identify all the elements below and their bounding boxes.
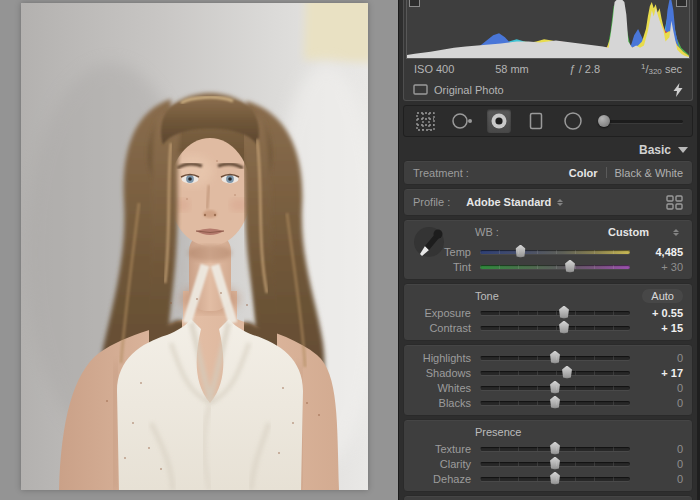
photo-canvas[interactable] xyxy=(21,3,368,490)
clarity-slider[interactable] xyxy=(480,462,630,466)
develop-right-panel: ISO 400 58 mm ƒ / 2.8 1/320 sec Original… xyxy=(398,0,700,500)
exposure-label: Exposure xyxy=(413,307,471,319)
texture-slider-knob[interactable] xyxy=(549,442,562,455)
slider-row-contrast: Contrast+ 15 xyxy=(404,320,692,335)
profile-browser-button[interactable] xyxy=(666,195,683,210)
blacks-slider-knob[interactable] xyxy=(549,396,562,409)
shadows-value: + 17 xyxy=(639,367,683,379)
histogram[interactable] xyxy=(406,0,690,59)
highlights-value: 0 xyxy=(639,352,683,364)
tool-amount-knob[interactable] xyxy=(598,115,610,127)
wb-label: WB : xyxy=(475,226,499,238)
clarity-value: 0 xyxy=(639,458,683,470)
slider-row-shadows: Shadows+ 17 xyxy=(404,365,692,380)
tint-slider-knob[interactable] xyxy=(564,260,577,273)
wb-eyedropper-icon[interactable] xyxy=(412,225,446,259)
shutter-speed-value: 1/320 sec xyxy=(641,62,682,76)
slider-row-dehaze: Dehaze0 xyxy=(404,471,692,486)
white-balance-section: WB : Custom Temp4,485Tint+ 30 xyxy=(403,219,693,280)
photo-state-icon xyxy=(413,84,428,95)
slider-row-highlights: Highlights0 xyxy=(404,350,692,365)
vibrance-saturation-section: Vibrance0Saturation0 xyxy=(403,495,693,500)
blacks-value: 0 xyxy=(639,397,683,409)
tool-amount-slider[interactable] xyxy=(598,109,683,133)
texture-slider[interactable] xyxy=(480,447,630,451)
dehaze-slider[interactable] xyxy=(480,477,630,481)
whites-slider[interactable] xyxy=(480,386,630,390)
tone-detail-section: Highlights0Shadows+ 17Whites0Blacks0 xyxy=(403,344,693,416)
original-photo-row[interactable]: Original Photo xyxy=(404,79,692,100)
clarity-slider-knob[interactable] xyxy=(549,457,562,470)
shadows-label: Shadows xyxy=(413,367,471,379)
chevron-updown-icon[interactable] xyxy=(557,199,563,206)
exposure-value: + 0.55 xyxy=(639,307,683,319)
contrast-slider[interactable] xyxy=(480,326,630,330)
profile-value[interactable]: Adobe Standard xyxy=(466,196,551,208)
wb-preset-value[interactable]: Custom xyxy=(608,226,649,238)
blacks-slider[interactable] xyxy=(480,401,630,405)
crop-overlay-tool[interactable] xyxy=(413,109,437,133)
red-eye-tool[interactable] xyxy=(487,109,511,133)
tint-value: + 30 xyxy=(639,261,683,273)
basic-panel-title: Basic xyxy=(639,143,671,157)
tint-slider[interactable] xyxy=(480,265,630,269)
clarity-label: Clarity xyxy=(413,458,471,470)
highlight-clipping-indicator[interactable] xyxy=(676,0,687,7)
slider-row-blacks: Blacks0 xyxy=(404,395,692,410)
contrast-value: + 15 xyxy=(639,322,683,334)
highlights-slider[interactable] xyxy=(480,356,630,360)
treatment-color-option[interactable]: Color xyxy=(569,167,598,179)
slider-row-tint: Tint+ 30 xyxy=(404,259,692,274)
divider xyxy=(606,167,607,178)
treatment-bw-option[interactable]: Black & White xyxy=(615,167,683,179)
contrast-slider-knob[interactable] xyxy=(558,321,571,334)
temp-slider[interactable] xyxy=(480,250,630,254)
treatment-section: Treatment : Color Black & White xyxy=(403,160,693,185)
profile-label: Profile : xyxy=(413,196,450,208)
lightroom-develop-window: ISO 400 58 mm ƒ / 2.8 1/320 sec Original… xyxy=(0,0,700,500)
auto-tone-button[interactable]: Auto xyxy=(642,289,683,303)
texture-label: Texture xyxy=(413,443,471,455)
tone-detail-sliders: Highlights0Shadows+ 17Whites0Blacks0 xyxy=(404,350,692,410)
slider-row-texture: Texture0 xyxy=(404,441,692,456)
shadows-slider-knob[interactable] xyxy=(561,366,574,379)
highlights-slider-knob[interactable] xyxy=(549,351,562,364)
histogram-panel: ISO 400 58 mm ƒ / 2.8 1/320 sec Original… xyxy=(403,0,693,101)
blacks-label: Blacks xyxy=(413,397,471,409)
spot-removal-tool[interactable] xyxy=(450,109,474,133)
contrast-label: Contrast xyxy=(413,322,471,334)
slider-row-exposure: Exposure+ 0.55 xyxy=(404,305,692,320)
portrait-photo xyxy=(21,3,368,490)
aperture-value: ƒ / 2.8 xyxy=(570,63,601,75)
basic-panel-header[interactable]: Basic xyxy=(399,139,700,160)
focal-length-value: 58 mm xyxy=(495,63,529,75)
dehaze-slider-knob[interactable] xyxy=(549,472,562,485)
histogram-graph xyxy=(407,0,689,58)
flash-bolt-icon[interactable] xyxy=(673,83,683,97)
dehaze-label: Dehaze xyxy=(413,473,471,485)
exposure-slider-knob[interactable] xyxy=(558,306,571,319)
temp-slider-knob[interactable] xyxy=(514,245,527,258)
slider-row-whites: Whites0 xyxy=(404,380,692,395)
radial-filter-tool[interactable] xyxy=(561,109,585,133)
chevron-updown-icon[interactable] xyxy=(673,229,679,236)
tool-amount-track[interactable] xyxy=(598,120,683,123)
toolstrip xyxy=(403,105,693,137)
shadows-slider[interactable] xyxy=(480,371,630,375)
tone-sliders: Exposure+ 0.55Contrast+ 15 xyxy=(404,305,692,335)
original-photo-label: Original Photo xyxy=(434,84,504,96)
iso-value: ISO 400 xyxy=(414,63,454,75)
presence-header: Presence xyxy=(475,426,521,438)
graduated-filter-tool[interactable] xyxy=(524,109,548,133)
presence-sliders: Texture0Clarity0Dehaze0 xyxy=(404,441,692,486)
shadow-clipping-indicator[interactable] xyxy=(409,0,420,7)
treatment-label: Treatment : xyxy=(413,167,469,179)
texture-value: 0 xyxy=(639,443,683,455)
whites-slider-knob[interactable] xyxy=(549,381,562,394)
collapse-triangle-icon[interactable] xyxy=(678,147,688,153)
wb-sliders: Temp4,485Tint+ 30 xyxy=(404,244,692,274)
profile-section: Profile : Adobe Standard xyxy=(403,188,693,216)
exposure-slider[interactable] xyxy=(480,311,630,315)
whites-label: Whites xyxy=(413,382,471,394)
slider-row-temp: Temp4,485 xyxy=(404,244,692,259)
